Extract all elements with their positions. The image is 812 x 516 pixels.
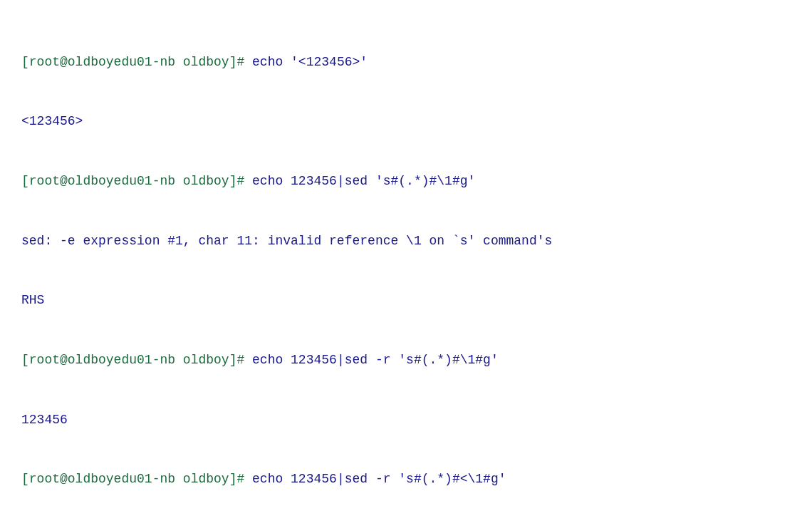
- error-1: sed: -e expression #1, char 11: invalid …: [21, 234, 552, 248]
- line-8: [root@oldboyedu01-nb oldboy]# echo 12345…: [21, 470, 791, 490]
- terminal-output: [root@oldboyedu01-nb oldboy]# echo '<123…: [21, 13, 791, 516]
- line-4: sed: -e expression #1, char 11: invalid …: [21, 232, 791, 252]
- output-2: 123456: [21, 413, 68, 427]
- prompt-4: [root@oldboyedu01-nb oldboy]#: [21, 472, 252, 486]
- line-7: 123456: [21, 411, 791, 430]
- line-5: RHS: [21, 291, 791, 311]
- line-2: <123456>: [21, 112, 791, 132]
- error-2: RHS: [21, 293, 44, 307]
- prompt-1: [root@oldboyedu01-nb oldboy]#: [21, 55, 252, 69]
- command-2: echo 123456|sed 's#(.*)#\1#g': [252, 174, 475, 188]
- command-3: echo 123456|sed -r 's#(.*)#\1#g': [252, 353, 499, 367]
- line-3: [root@oldboyedu01-nb oldboy]# echo 12345…: [21, 172, 791, 192]
- command-1: echo '<123456>': [252, 55, 368, 69]
- line-6: [root@oldboyedu01-nb oldboy]# echo 12345…: [21, 351, 791, 371]
- prompt-3: [root@oldboyedu01-nb oldboy]#: [21, 353, 252, 367]
- command-4: echo 123456|sed -r 's#(.*)#<\1#g': [252, 472, 506, 486]
- prompt-2: [root@oldboyedu01-nb oldboy]#: [21, 174, 252, 188]
- line-1: [root@oldboyedu01-nb oldboy]# echo '<123…: [21, 53, 791, 73]
- output-1: <123456>: [21, 114, 83, 128]
